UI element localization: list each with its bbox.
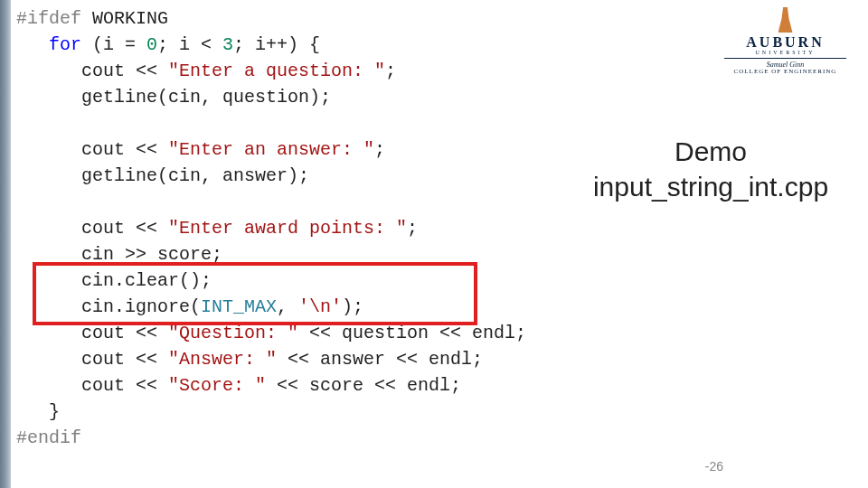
macro-name: WORKING (81, 8, 168, 29)
cin-ignore-open: cin.ignore( (16, 296, 201, 317)
cout-a: cout << (16, 139, 168, 160)
indent (16, 34, 49, 55)
logo-name: AUBURN (724, 34, 846, 51)
cout-question-pre: cout << (16, 323, 168, 343)
brace-close: } (16, 401, 60, 422)
for-cond: ; i < (157, 34, 222, 55)
page-number: -26 (705, 459, 723, 474)
directive-endif: #endif (16, 427, 81, 448)
cin-ignore-close: ); (342, 296, 363, 317)
getline-question: getline(cin, question); (16, 87, 331, 108)
left-stripe (0, 0, 11, 488)
str-answer: "Answer: " (168, 349, 277, 370)
demo-filename: input_string_int.cpp (575, 169, 846, 204)
for-close: ; i++) { (233, 34, 320, 55)
logo-university: UNIVERSITY (724, 50, 846, 59)
cout-score-post: << score << endl; (266, 375, 461, 396)
num-three: 3 (222, 34, 233, 55)
int-max: INT_MAX (201, 296, 277, 317)
demo-label: Demo input_string_int.cpp (575, 134, 846, 204)
str-enter-answer: "Enter an answer: " (168, 139, 374, 160)
cout-q: cout << (16, 61, 168, 81)
str-enter-question: "Enter a question: " (168, 61, 385, 81)
demo-title: Demo (575, 134, 846, 169)
getline-answer: getline(cin, answer); (16, 165, 309, 186)
str-question: "Question: " (168, 323, 298, 343)
semi: ; (385, 61, 396, 81)
logo-sub2: COLLEGE OF ENGINEERING (724, 68, 846, 75)
char-newline: '\n' (298, 296, 342, 317)
cin-score: cin >> score; (16, 244, 222, 265)
str-score: "Score: " (168, 375, 266, 396)
cout-p: cout << (16, 218, 168, 239)
blank-line-2 (16, 192, 27, 212)
for-open: (i = (81, 34, 146, 55)
num-zero: 0 (146, 34, 157, 55)
comma: , (277, 296, 298, 317)
blank-line-1 (16, 113, 27, 134)
tower-icon (778, 7, 793, 33)
cout-score-pre: cout << (16, 375, 168, 396)
semi: ; (374, 139, 385, 160)
cout-answer-post: << answer << endl; (277, 349, 483, 370)
cout-question-post: << question << endl; (298, 323, 526, 343)
cout-answer-pre: cout << (16, 349, 168, 370)
directive-ifdef: #ifdef (16, 8, 81, 29)
str-enter-points: "Enter award points: " (168, 218, 407, 239)
code-block: #ifdef WORKING for (i = 0; i < 3; i++) {… (16, 5, 649, 475)
auburn-logo: AUBURN UNIVERSITY Samuel Ginn COLLEGE OF… (724, 7, 846, 75)
cin-clear: cin.clear(); (16, 270, 212, 291)
semi: ; (407, 218, 418, 239)
keyword-for: for (49, 34, 81, 55)
